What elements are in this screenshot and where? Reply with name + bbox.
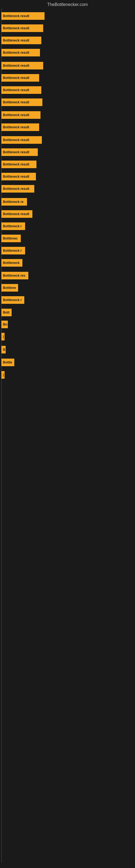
bar-item: Bottleneck result <box>1 173 36 180</box>
bar-label: Bottleneck result <box>3 14 29 18</box>
bar-label: Bo <box>3 322 7 326</box>
bar-item: | <box>1 333 5 340</box>
bottleneck-bar: Bottleneck result <box>1 49 40 56</box>
bottleneck-bar: Bottleneck result <box>1 37 41 44</box>
bar-item: Bottleneck result <box>1 111 41 119</box>
bar-item: Bottlene <box>1 284 18 291</box>
bottleneck-bar: Bottleneck result <box>1 173 36 180</box>
bar-item: Bottleneck result <box>1 161 37 168</box>
bar-label: Bottlenec <box>3 237 18 240</box>
bar-item: Bottleneck result <box>1 148 38 156</box>
bar-item: Bottleneck result <box>1 62 43 69</box>
bar-item: Bottleneck result <box>1 12 45 20</box>
bottleneck-bar: Bottleneck result <box>1 98 42 106</box>
bar-item: Bottleneck res <box>1 272 28 279</box>
bar-label: Bottleneck <box>3 261 19 265</box>
bar-label: Bottleneck result <box>3 162 29 166</box>
bar-label: Bottlene <box>3 286 16 290</box>
bar-item: Bottleneck result <box>1 123 39 131</box>
bar-label: Bottleneck result <box>3 212 29 216</box>
bar-label: Bottleneck result <box>3 150 29 154</box>
bar-label: Bottle <box>3 361 12 364</box>
bar-item: Bottleneck r <box>1 247 25 254</box>
bar-item: Bottleneck result <box>1 136 42 144</box>
bar-item: B <box>1 346 6 353</box>
bar-item: Bottleneck r <box>1 222 25 230</box>
bottleneck-bar: Bottleneck re <box>1 198 27 206</box>
bar-item: Bottleneck result <box>1 210 32 218</box>
bar-item: Bottleneck result <box>1 185 34 193</box>
bottleneck-bar: Bottleneck result <box>1 185 34 193</box>
bar-item: Bottlenec <box>1 235 21 242</box>
bottleneck-bar: Bottleneck result <box>1 111 41 119</box>
bottleneck-bar: Bott <box>1 309 12 316</box>
bottleneck-bar: Bottleneck result <box>1 123 39 131</box>
bar-label: Bottleneck result <box>3 187 29 191</box>
bottleneck-bar: B <box>1 346 6 353</box>
bar-label: Bottleneck result <box>3 88 29 92</box>
bar-label: Bottleneck r <box>3 298 21 302</box>
bottleneck-bar: Bottleneck result <box>1 148 38 156</box>
bar-item: Bo <box>1 321 8 328</box>
bar-item: Bottleneck result <box>1 98 42 106</box>
bottleneck-bar: Bottleneck result <box>1 74 39 82</box>
bar-item: Bottleneck result <box>1 74 39 82</box>
bottleneck-bar: Bo <box>1 321 8 328</box>
site-title: TheBottlenecker.com <box>0 0 135 8</box>
bar-item: Bottleneck result <box>1 49 40 56</box>
bottleneck-bar: Bottleneck <box>1 259 22 267</box>
bottleneck-bar: | <box>1 371 5 379</box>
bar-label: Bottleneck r <box>3 249 21 252</box>
bar-label: Bottleneck result <box>3 100 29 104</box>
bar-label: Bottleneck r <box>3 224 21 228</box>
bar-item: Bott <box>1 309 12 316</box>
bar-label: | <box>3 335 4 339</box>
bar-label: Bottleneck result <box>3 125 29 129</box>
bar-item: Bottleneck <box>1 259 22 267</box>
bottleneck-bar: Bottleneck r <box>1 247 25 254</box>
bar-label: Bott <box>3 311 9 314</box>
bottleneck-bar: Bottleneck result <box>1 12 45 20</box>
bar-item: Bottleneck result <box>1 24 43 32</box>
bottleneck-bar: Bottleneck result <box>1 86 41 94</box>
bar-item: Bottleneck r <box>1 296 24 304</box>
bottleneck-bar: Bottleneck r <box>1 296 24 304</box>
bottleneck-bar: Bottle <box>1 359 14 366</box>
bar-item: Bottleneck result <box>1 37 41 44</box>
bar-label: Bottleneck result <box>3 26 29 30</box>
bar-label: | <box>3 373 4 377</box>
bottleneck-bar: Bottleneck result <box>1 161 37 168</box>
bottleneck-bar: Bottleneck result <box>1 210 32 218</box>
bottleneck-bar: Bottleneck result <box>1 24 43 32</box>
chart-area: Bottleneck resultBottleneck resultBottle… <box>0 8 135 863</box>
bar-item: Bottle <box>1 359 14 366</box>
bar-label: Bottleneck result <box>3 51 29 55</box>
bar-label: Bottleneck result <box>3 76 29 80</box>
bottleneck-bar: | <box>1 333 5 340</box>
bar-label: Bottleneck re <box>3 200 24 204</box>
bar-label: Bottleneck result <box>3 64 29 67</box>
bar-item: Bottleneck re <box>1 198 27 206</box>
bar-label: B <box>3 348 5 351</box>
bottleneck-bar: Bottlenec <box>1 235 21 242</box>
bottleneck-bar: Bottlene <box>1 284 18 291</box>
bottleneck-bar: Bottleneck res <box>1 272 28 279</box>
bar-item: Bottleneck result <box>1 86 41 94</box>
bottleneck-bar: Bottleneck result <box>1 136 42 144</box>
bar-label: Bottleneck result <box>3 38 29 42</box>
bar-label: Bottleneck result <box>3 113 29 117</box>
bar-label: Bottleneck result <box>3 175 29 179</box>
bottleneck-bar: Bottleneck r <box>1 222 25 230</box>
bar-item: | <box>1 371 5 379</box>
bottleneck-bar: Bottleneck result <box>1 62 43 69</box>
bar-label: Bottleneck res <box>3 274 26 278</box>
bar-label: Bottleneck result <box>3 138 29 142</box>
